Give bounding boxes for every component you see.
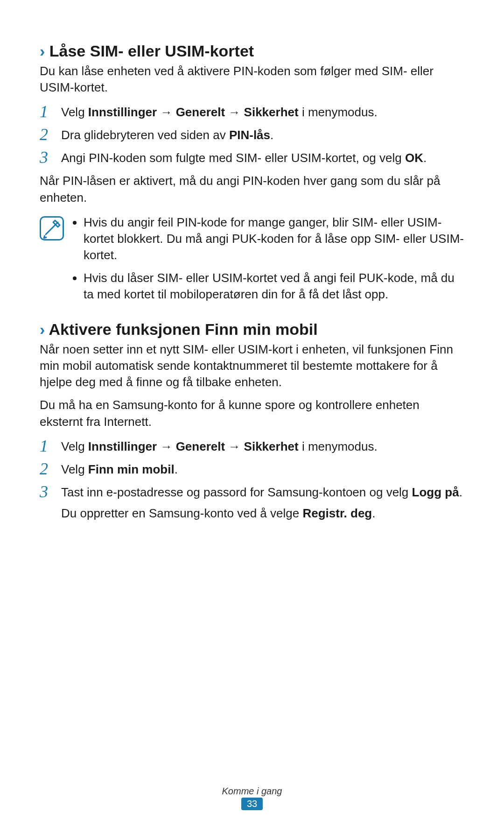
- section2-intro2: Du må ha en Samsung-konto for å kunne sp…: [40, 397, 464, 430]
- section-heading-lock-sim: › Låse SIM- eller USIM-kortet: [40, 42, 464, 60]
- step-number: 2: [40, 125, 61, 143]
- step-row: 2 Velg Finn min mobil.: [40, 459, 464, 478]
- step-number: 1: [40, 437, 61, 454]
- step-text: Dra glidebryteren ved siden av PIN-lås.: [61, 125, 464, 143]
- step-number: 2: [40, 459, 61, 477]
- step-row: 2 Dra glidebryteren ved siden av PIN-lås…: [40, 125, 464, 143]
- section2-steps: 1 Velg Innstillinger → Generelt → Sikker…: [40, 437, 464, 522]
- note-item: Hvis du angir feil PIN-kode for mange ga…: [84, 214, 464, 263]
- section1-after: Når PIN-låsen er aktivert, må du angi PI…: [40, 173, 464, 205]
- step-number: 3: [40, 148, 61, 166]
- section-title: Låse SIM- eller USIM-kortet: [49, 42, 254, 60]
- step-row: 1 Velg Innstillinger → Generelt → Sikker…: [40, 437, 464, 455]
- step-text: Velg Innstillinger → Generelt → Sikkerhe…: [61, 437, 464, 455]
- section2-intro1: Når noen setter inn et nytt SIM- eller U…: [40, 341, 464, 390]
- step-text: Velg Finn min mobil.: [61, 459, 464, 478]
- chevron-icon: ›: [40, 320, 45, 338]
- step-number: 1: [40, 102, 61, 120]
- step-text: Velg Innstillinger → Generelt → Sikkerhe…: [61, 102, 464, 120]
- footer-label: Komme i gang: [0, 786, 504, 797]
- section1-intro: Du kan låse enheten ved å aktivere PIN-k…: [40, 63, 464, 96]
- step-number: 3: [40, 482, 61, 500]
- step-text: Angi PIN-koden som fulgte med SIM- eller…: [61, 148, 464, 166]
- section-title: Aktivere funksjonen Finn min mobil: [49, 320, 318, 338]
- step-row: 3 Angi PIN-koden som fulgte med SIM- ell…: [40, 148, 464, 166]
- step-row: 3 Tast inn e-postadresse og passord for …: [40, 482, 464, 501]
- section1-steps: 1 Velg Innstillinger → Generelt → Sikker…: [40, 102, 464, 166]
- chevron-icon: ›: [40, 42, 45, 60]
- note-block: Hvis du angir feil PIN-kode for mange ga…: [40, 214, 464, 309]
- step-subtext: Du oppretter en Samsung-konto ved å velg…: [61, 505, 464, 522]
- note-icon: [40, 216, 64, 240]
- note-list: Hvis du angir feil PIN-kode for mange ga…: [71, 214, 464, 309]
- svg-line-0: [46, 222, 58, 234]
- note-item: Hvis du låser SIM- eller USIM-kortet ved…: [84, 270, 464, 303]
- page-number-badge: 33: [241, 798, 263, 810]
- step-row: 1 Velg Innstillinger → Generelt → Sikker…: [40, 102, 464, 120]
- section-heading-find-mobile: › Aktivere funksjonen Finn min mobil: [40, 320, 464, 339]
- step-text: Tast inn e-postadresse og passord for Sa…: [61, 482, 464, 501]
- page-footer: Komme i gang 33: [0, 786, 504, 810]
